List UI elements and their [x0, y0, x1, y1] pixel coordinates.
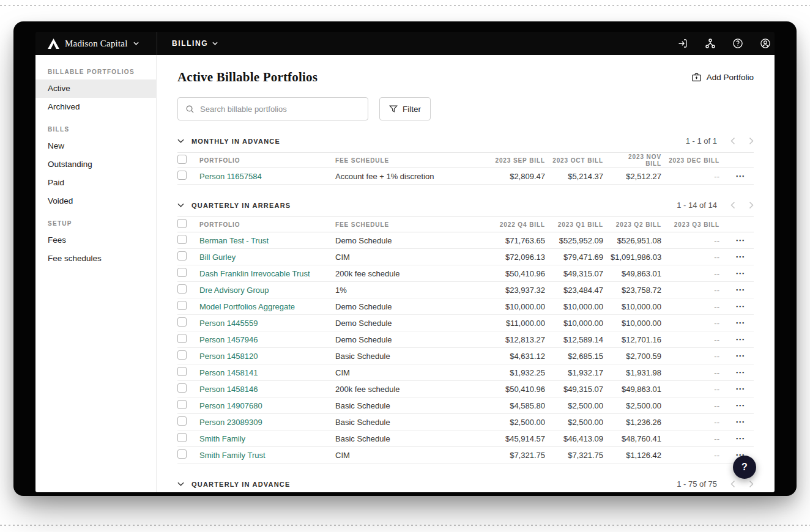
- fee-schedule-cell: Basic Schedule: [335, 401, 494, 410]
- select-all-checkbox[interactable]: [177, 219, 187, 228]
- row-actions-kebab-icon[interactable]: ⋯: [727, 435, 754, 441]
- pagination-prev-icon[interactable]: [730, 137, 735, 145]
- row-checkbox[interactable]: [177, 251, 187, 260]
- row-checkbox[interactable]: [177, 301, 187, 310]
- sidebar-item-paid[interactable]: Paid: [35, 174, 156, 192]
- row-actions-kebab-icon[interactable]: ⋯: [727, 336, 754, 342]
- sidebar: BILLABLE PORTFOLIOS Active Archived BILL…: [35, 55, 157, 492]
- portfolio-link[interactable]: Person 23089309: [199, 418, 335, 427]
- section-header: QUARTERLY IN ARREARS1 - 14 of 14: [177, 194, 754, 217]
- page-title: Active Billable Portfolios: [177, 70, 318, 85]
- portfolio-section: QUARTERLY IN ADVANCE1 - 75 of 75: [177, 473, 754, 492]
- section-collapse-chevron-icon[interactable]: [177, 203, 184, 207]
- table-row: Person 1445559Demo Schedule$11,000.00$10…: [177, 315, 754, 331]
- portfolio-link[interactable]: Person 1458146: [199, 385, 335, 394]
- row-actions-kebab-icon[interactable]: ⋯: [727, 287, 754, 293]
- sidebar-item-fee-schedules[interactable]: Fee schedules: [35, 249, 156, 268]
- add-portfolio-button[interactable]: Add Portfolio: [691, 72, 754, 83]
- portfolio-link[interactable]: Person 11657584: [199, 172, 335, 181]
- sidebar-item-voided[interactable]: Voided: [35, 192, 156, 210]
- portfolio-link[interactable]: Person 14907680: [199, 401, 335, 410]
- bill-amount-cell: $10,000.00: [611, 319, 669, 328]
- perforation-line-top: [0, 5, 810, 6]
- row-actions-kebab-icon[interactable]: ⋯: [727, 303, 754, 309]
- org-switcher[interactable]: Madison Capital: [35, 32, 157, 55]
- help-icon[interactable]: [732, 38, 743, 49]
- row-checkbox[interactable]: [177, 171, 187, 180]
- row-checkbox[interactable]: [177, 284, 187, 294]
- search-input[interactable]: [200, 105, 360, 114]
- pagination-prev-icon[interactable]: [730, 480, 735, 488]
- bill-amount-cell: $12,589.14: [552, 335, 611, 344]
- portfolio-link[interactable]: Model Portfolios Aggregate: [199, 302, 335, 311]
- row-checkbox[interactable]: [177, 400, 187, 409]
- sidebar-item-active[interactable]: Active: [35, 79, 156, 98]
- fee-schedule-cell: CIM: [335, 368, 494, 377]
- portfolio-link[interactable]: Dre Advisory Group: [199, 286, 335, 295]
- bill-amount-cell: $23,758.72: [611, 286, 669, 295]
- portfolio-link[interactable]: Smith Family Trust: [199, 451, 335, 460]
- pagination-next-icon[interactable]: [749, 137, 754, 145]
- row-checkbox[interactable]: [177, 416, 187, 426]
- row-checkbox[interactable]: [177, 449, 187, 459]
- section-collapse-chevron-icon[interactable]: [177, 482, 184, 486]
- account-icon[interactable]: [760, 38, 771, 49]
- row-checkbox[interactable]: [177, 317, 187, 327]
- row-actions-kebab-icon[interactable]: ⋯: [727, 254, 754, 260]
- row-actions-kebab-icon[interactable]: ⋯: [727, 173, 754, 179]
- sidebar-item-archived[interactable]: Archived: [35, 98, 156, 116]
- bill-amount-cell: $23,484.47: [552, 286, 611, 295]
- row-checkbox[interactable]: [177, 433, 187, 442]
- sidebar-item-new[interactable]: New: [35, 137, 156, 155]
- row-checkbox[interactable]: [177, 235, 187, 244]
- row-checkbox[interactable]: [177, 268, 187, 277]
- column-header: 2023 Q1 BILL: [552, 221, 611, 228]
- help-fab-button[interactable]: ?: [733, 456, 756, 479]
- org-name[interactable]: Madison Capital: [65, 39, 128, 49]
- column-header: 2023 OCT BILL: [552, 157, 611, 164]
- sidebar-item-outstanding[interactable]: Outstanding: [35, 155, 156, 174]
- bill-amount-cell: --: [669, 335, 727, 344]
- row-checkbox[interactable]: [177, 367, 187, 376]
- hierarchy-icon[interactable]: [705, 38, 716, 49]
- bill-amount-cell: $49,315.07: [552, 269, 611, 278]
- row-checkbox[interactable]: [177, 334, 187, 343]
- row-checkbox[interactable]: [177, 383, 187, 393]
- portfolio-link[interactable]: Berman Test - Trust: [199, 236, 335, 245]
- row-actions-kebab-icon[interactable]: ⋯: [727, 320, 754, 326]
- row-actions-kebab-icon[interactable]: ⋯: [727, 402, 754, 408]
- bill-amount-cell: --: [669, 418, 727, 427]
- table-row: Person 1458141CIM$1,932.25$1,932.17$1,93…: [177, 364, 754, 381]
- pagination-range: 1 - 1 of 1: [686, 136, 717, 146]
- section-collapse-chevron-icon[interactable]: [177, 139, 184, 143]
- row-actions-kebab-icon[interactable]: ⋯: [727, 237, 754, 243]
- sidebar-item-fees[interactable]: Fees: [35, 231, 156, 249]
- portfolio-link[interactable]: Smith Family: [199, 434, 335, 443]
- bill-amount-cell: --: [669, 434, 727, 443]
- select-all-checkbox[interactable]: [177, 155, 187, 164]
- pagination-next-icon[interactable]: [749, 480, 754, 488]
- portfolio-link[interactable]: Person 1457946: [199, 335, 335, 344]
- row-actions-kebab-icon[interactable]: ⋯: [727, 386, 754, 392]
- chevron-down-icon: [133, 42, 139, 45]
- table-row: Dash Franklin Irrevocable Trust200k fee …: [177, 265, 754, 282]
- sign-in-icon[interactable]: [677, 38, 688, 49]
- filter-button[interactable]: Filter: [379, 97, 431, 120]
- pagination-next-icon[interactable]: [749, 201, 754, 209]
- bill-amount-cell: $4,631.12: [494, 352, 552, 361]
- portfolio-link[interactable]: Person 1458141: [199, 368, 335, 377]
- row-actions-kebab-icon[interactable]: ⋯: [727, 419, 754, 425]
- row-actions-kebab-icon[interactable]: ⋯: [727, 369, 754, 375]
- bill-amount-cell: $2,500.00: [494, 418, 552, 427]
- pagination-prev-icon[interactable]: [730, 201, 735, 209]
- sidebar-group-billable-portfolios: BILLABLE PORTFOLIOS: [35, 64, 156, 79]
- portfolio-link[interactable]: Bill Gurley: [199, 253, 335, 262]
- billing-menu[interactable]: BILLING: [157, 32, 218, 55]
- portfolio-link[interactable]: Person 1445559: [199, 319, 335, 328]
- row-actions-kebab-icon[interactable]: ⋯: [727, 270, 754, 276]
- row-actions-kebab-icon[interactable]: ⋯: [727, 353, 754, 359]
- row-checkbox[interactable]: [177, 350, 187, 360]
- portfolio-link[interactable]: Dash Franklin Irrevocable Trust: [199, 269, 335, 278]
- perforation-line-bottom: [0, 525, 810, 526]
- portfolio-link[interactable]: Person 1458120: [199, 352, 335, 361]
